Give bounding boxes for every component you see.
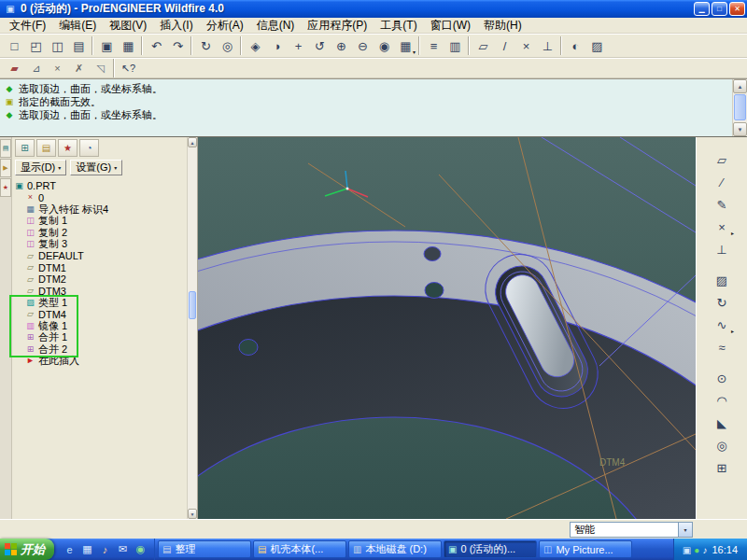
quicklaunch-mail-icon[interactable]: ✉: [115, 541, 131, 557]
selection-filter-combo[interactable]: 智能 ▾: [570, 522, 693, 538]
scroll-down-icon[interactable]: ▼: [733, 122, 747, 136]
graphics-area[interactable]: DTM4: [198, 137, 696, 519]
menu-file[interactable]: 文件(F): [3, 17, 52, 35]
tree-item-dtm2[interactable]: ▱ DTM2: [14, 273, 186, 286]
annotation-icon[interactable]: ◐: [565, 35, 586, 56]
tree-scrollbar[interactable]: ▲ ▼: [187, 137, 197, 519]
menu-help[interactable]: 帮助(H): [477, 17, 529, 35]
tree-item-insert-here[interactable]: ► 在此插入: [14, 356, 186, 368]
context-help-icon[interactable]: ↖?: [118, 60, 139, 77]
menu-insert[interactable]: 插入(I): [153, 17, 199, 35]
repaint-icon[interactable]: ◈: [245, 35, 266, 56]
datum-point-tool-icon[interactable]: × ▸: [710, 216, 734, 238]
menu-applications[interactable]: 应用程序(P): [301, 17, 374, 35]
menu-edit[interactable]: 编辑(E): [52, 17, 103, 35]
spin-center-icon[interactable]: +: [288, 35, 309, 56]
menu-window[interactable]: 窗口(W): [424, 17, 477, 35]
undo-icon[interactable]: ↶: [146, 35, 167, 56]
favorites-tab-icon[interactable]: ★: [58, 139, 78, 157]
model-info-icon[interactable]: ▨: [586, 35, 608, 56]
hole-tool-icon[interactable]: ⊙: [710, 367, 734, 389]
datum-planes-toggle-icon[interactable]: ▱: [472, 35, 494, 56]
tree-item-0-prt[interactable]: ▣ 0.PRT: [14, 180, 186, 192]
model-tree-tab-icon[interactable]: ⊞: [15, 139, 35, 157]
tree-item-style-1[interactable]: ▨ 类型 1: [14, 297, 186, 309]
history-tab-icon[interactable]: ◔: [79, 139, 99, 157]
scroll-up-icon[interactable]: ▲: [733, 79, 747, 93]
vertex-display-icon[interactable]: ×: [47, 60, 68, 77]
quicklaunch-messenger-icon[interactable]: ◉: [133, 541, 148, 557]
close-button[interactable]: ✕: [729, 2, 745, 16]
weak-dim-display-icon[interactable]: ◹: [90, 60, 111, 77]
side-tab-favorites-icon[interactable]: ★: [0, 178, 11, 197]
tree-item-dtm1[interactable]: ▱ DTM1: [14, 262, 186, 274]
pattern-tool-icon[interactable]: ⊞: [710, 456, 734, 479]
boundary-blend-tool-icon[interactable]: ≈: [710, 336, 734, 358]
taskbar-button-jike-folder[interactable]: ▤ 机壳本体(...: [253, 540, 346, 558]
quicklaunch-ie-icon[interactable]: e: [62, 541, 78, 557]
copy-icon[interactable]: ▣: [96, 35, 118, 56]
csys-toggle-icon[interactable]: ⊥: [537, 35, 558, 56]
chamfer-tool-icon[interactable]: ◣: [710, 412, 734, 434]
tray-ime-icon[interactable]: ▣: [683, 545, 691, 555]
message-scrollbar[interactable]: ▲ ▼: [732, 79, 747, 136]
tree-item-default[interactable]: ▱ DEFAULT: [14, 250, 186, 262]
sweep-tool-icon[interactable]: ∿ ▸: [710, 314, 734, 336]
show-menu-button[interactable]: 显示(D)▾: [15, 160, 66, 175]
saved-views-icon[interactable]: ▦ ▾: [395, 35, 416, 56]
side-tab-folder-icon[interactable]: ▶: [0, 159, 11, 177]
tray-antivirus-icon[interactable]: ●: [694, 545, 699, 555]
scroll-down-icon[interactable]: ▼: [188, 509, 197, 519]
datum-axes-toggle-icon[interactable]: /: [494, 35, 515, 56]
menu-view[interactable]: 视图(V): [103, 17, 153, 35]
extrude-tool-icon[interactable]: ▨: [710, 269, 734, 291]
zoom-out-icon[interactable]: ⊖: [352, 35, 374, 56]
view-manager-icon[interactable]: ▥: [444, 35, 466, 56]
search-icon[interactable]: ◎: [217, 35, 238, 56]
settings-menu-button[interactable]: 设置(G)▾: [70, 160, 122, 175]
print-icon[interactable]: ▤: [68, 35, 90, 56]
menu-tools[interactable]: 工具(T): [374, 17, 423, 35]
constraint-display-icon[interactable]: ✗: [68, 60, 90, 77]
round-tool-icon[interactable]: ◠: [710, 389, 734, 412]
zoom-in-icon[interactable]: ⊕: [331, 35, 352, 56]
reorient-view-icon[interactable]: ↺: [309, 35, 331, 56]
datum-csys-tool-icon[interactable]: ⊥: [710, 238, 734, 260]
dtm4-label[interactable]: DTM4: [599, 457, 626, 468]
refit-icon[interactable]: ◉: [374, 35, 395, 56]
revolve-tool-icon[interactable]: ↻: [710, 291, 734, 314]
quicklaunch-desktop-icon[interactable]: ▦: [79, 541, 95, 557]
scrollbar-thumb[interactable]: [734, 94, 746, 120]
menu-info[interactable]: 信息(N): [250, 17, 302, 35]
redo-icon[interactable]: ↷: [167, 35, 189, 56]
viewport-canvas[interactable]: DTM4: [198, 137, 696, 519]
datum-plane-tool-icon[interactable]: ▱: [710, 148, 734, 171]
quicklaunch-media-icon[interactable]: ♪: [97, 541, 113, 557]
minimize-button[interactable]: ▁: [694, 2, 710, 16]
datum-axis-tool-icon[interactable]: ∕: [710, 171, 734, 193]
taskbar-button-my-picture[interactable]: ◫ My Picture...: [539, 540, 632, 558]
shade-icon[interactable]: ◑: [266, 35, 288, 56]
taskbar-button-organize[interactable]: ▤ 整理: [158, 540, 251, 558]
sketch-tool-icon[interactable]: ✎: [710, 193, 734, 216]
shell-tool-icon[interactable]: ◎: [710, 434, 734, 456]
combo-dropdown-icon[interactable]: ▾: [678, 523, 692, 537]
menu-analysis[interactable]: 分析(A): [200, 17, 250, 35]
start-button[interactable]: 开始: [0, 539, 54, 560]
open-file-icon[interactable]: ◰: [25, 35, 47, 56]
regenerate-icon[interactable]: ↻: [195, 35, 217, 56]
section-display-icon[interactable]: ▰: [4, 60, 25, 77]
taskbar-button-local-disk[interactable]: ▥ 本地磁盘 (D:): [348, 540, 442, 558]
tray-volume-icon[interactable]: ♪: [702, 545, 707, 555]
scrollbar-thumb[interactable]: [189, 291, 196, 319]
scroll-up-icon[interactable]: ▲: [188, 137, 197, 147]
folder-browser-tab-icon[interactable]: ▤: [36, 139, 56, 157]
new-file-icon[interactable]: □: [4, 35, 25, 56]
maximize-button[interactable]: □: [712, 2, 727, 16]
side-tab-model-tree-icon[interactable]: ▤: [0, 139, 11, 158]
save-file-icon[interactable]: ◫: [47, 35, 68, 56]
datum-points-toggle-icon[interactable]: ×: [515, 35, 537, 56]
layers-icon[interactable]: ≡: [423, 35, 444, 56]
paste-icon[interactable]: ▦: [118, 35, 139, 56]
taskbar-button-proe[interactable]: ▣ 0 (活动的)...: [444, 540, 537, 558]
